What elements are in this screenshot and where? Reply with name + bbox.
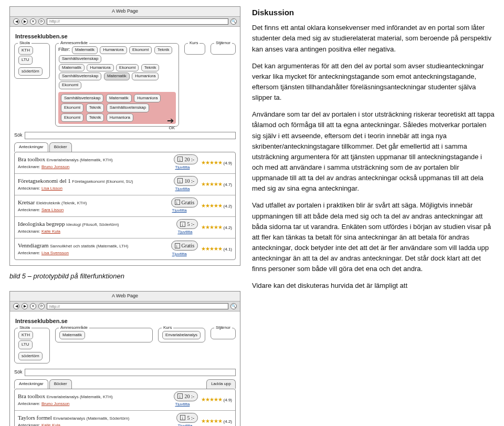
filter-tag[interactable]: Ekonomi [61, 113, 83, 122]
filter-tag[interactable]: Teknik [141, 64, 160, 72]
result-author: Antecknare: Kalle Kula [18, 228, 173, 235]
page-root: A Web Page ◀ ▶ ✕ ⟳ 🔍 Intresseklubben.se … [9, 6, 495, 426]
result-title: Venndiagram [18, 242, 49, 248]
browser-toolbar: ◀ ▶ ✕ ⟳ 🔍 [10, 302, 240, 311]
filter-tag[interactable]: Teknik [154, 46, 173, 54]
arrow-right-icon[interactable]: ➔ [167, 117, 174, 125]
filter-tag[interactable]: Teknik [86, 103, 104, 112]
tabs: Anteckningar Böcker [14, 142, 236, 151]
caption-1: bild 5 – prototypbild på filterfunktione… [9, 271, 240, 282]
result-row: Kretsar Elektroteknik (Teknik, KTH)Antec… [15, 195, 235, 216]
tab-anteckningar[interactable]: Anteckningar [14, 142, 48, 151]
kurs-box: Kurs Envariabelanalys [158, 328, 205, 342]
download-icon [180, 415, 185, 420]
filter-tag[interactable]: Humaniora [107, 113, 133, 122]
download-icon [180, 222, 185, 227]
preview-link[interactable]: Tjuvtitta [177, 229, 198, 235]
school-chip[interactable]: KTH [18, 46, 33, 55]
price-button[interactable]: 5 :- [176, 219, 198, 230]
filter-tag[interactable]: Matematik [104, 72, 130, 80]
stars-box: Stjärnor [211, 328, 236, 339]
author-link[interactable]: Bruno Jonsson [41, 401, 69, 406]
filter-tag[interactable]: Ekonomi [129, 46, 152, 54]
price-block: 5 :-Tjuvtitta [176, 413, 198, 426]
rating-block: ★★★★★ (4.2) [201, 417, 232, 425]
search-icon[interactable]: 🔍 [230, 303, 237, 309]
search-label: Sök [14, 132, 23, 139]
school-legend: Skola [18, 40, 32, 46]
preview-link[interactable]: Tjuvtitta [172, 207, 198, 214]
rating-block: ★★★★★ (4.9) [201, 396, 232, 404]
preview-link[interactable]: Tjuvtitta [175, 401, 198, 408]
close-icon[interactable]: ✕ [30, 18, 36, 25]
school-chip[interactable]: södertörn [18, 352, 43, 360]
price-block: 10 :-Tjuvtitta [174, 176, 198, 193]
reload-icon[interactable]: ⟳ [38, 303, 45, 309]
tab-bocker[interactable]: Böcker [49, 142, 72, 151]
back-icon[interactable]: ◀ [13, 303, 19, 309]
filter-tag[interactable]: Humaniora [87, 64, 113, 72]
result-subtitle: Elektroteknik (Teknik, KTH) [36, 201, 87, 205]
price-button[interactable]: 20 :- [174, 391, 198, 402]
result-subtitle: Envariabelanalys (Matematik, Södertörn) [53, 416, 129, 421]
filter-tag[interactable]: Teknik [86, 113, 104, 122]
school-chip[interactable]: KTH [18, 331, 33, 339]
price-button[interactable]: 20 :- [174, 154, 198, 165]
filter-tag[interactable]: Humaniora [134, 94, 161, 102]
url-input[interactable] [47, 303, 228, 309]
preview-link[interactable]: Tjuvtitta [177, 423, 198, 426]
filter-tag[interactable]: Samhällsvetenskap [61, 94, 103, 102]
subject-chip[interactable]: Matematik [59, 331, 85, 339]
price-button[interactable]: 10 :- [174, 176, 198, 186]
author-link[interactable]: Sara Lisson [41, 207, 64, 212]
forward-icon[interactable]: ▶ [22, 18, 28, 25]
search-input[interactable] [25, 369, 236, 376]
author-link[interactable]: Lisa Svensson [41, 251, 69, 255]
filter-tag[interactable]: Ekonomi [116, 64, 139, 72]
close-icon[interactable]: ✕ [30, 303, 36, 309]
tab-anteckningar[interactable]: Anteckningar [14, 379, 48, 388]
author-link[interactable]: Kalle Kula [41, 229, 60, 234]
filter-tag[interactable]: Ekonomi [61, 103, 83, 112]
result-row: Ideologiska begrepp Ideologi (Filosofi, … [15, 216, 235, 238]
back-icon[interactable]: ◀ [13, 18, 19, 25]
filter-tag[interactable]: Samhällsvetenskap [107, 103, 149, 112]
forward-icon[interactable]: ▶ [22, 303, 28, 309]
price-button[interactable]: Gratis [171, 241, 198, 251]
price-button[interactable]: 5 :- [176, 413, 198, 423]
filter-tag[interactable]: Matematik [106, 94, 132, 102]
reload-icon[interactable]: ⟳ [38, 18, 45, 25]
subject-legend: Ämnesområde [59, 325, 89, 331]
search-input[interactable] [25, 132, 236, 139]
preview-link[interactable]: Tjuvtitta [175, 186, 198, 192]
filter-tag[interactable]: Humaniora [132, 72, 159, 80]
filter-bar: Skola KTH LTU södertörn Ämnesområde Filt… [14, 43, 236, 127]
window-title: A Web Page [10, 292, 240, 302]
school-chip[interactable]: södertörn [18, 67, 43, 76]
filter-tag[interactable]: Samhällsvetenskap [59, 55, 101, 63]
author-link[interactable]: Bruno Jonsson [41, 164, 69, 169]
school-chip[interactable]: LTU [18, 340, 33, 349]
kurs-chip[interactable]: Envariabelanalys [162, 331, 201, 339]
filter-tag[interactable]: Humaniora [100, 46, 127, 54]
paragraph: Det kan argumenteras för att den del av … [252, 61, 495, 103]
filter-tag[interactable]: Matematik [59, 64, 85, 72]
subject-legend: Ämnesområde [59, 40, 89, 46]
ok-button[interactable]: OK [169, 125, 175, 131]
author-link[interactable]: Lisa Lisson [41, 186, 62, 191]
filter-tag[interactable]: Ekonomi [59, 81, 81, 89]
filter-tag[interactable]: Matematik [72, 46, 98, 54]
url-input[interactable] [47, 18, 228, 25]
preview-link[interactable]: Tjuvtitta [172, 251, 198, 257]
search-icon[interactable]: 🔍 [230, 18, 237, 25]
price-button[interactable]: Gratis [171, 198, 198, 208]
star-icon: ★★★★★ [201, 397, 222, 402]
tab-ladda-upp[interactable]: Ladda upp [206, 379, 236, 388]
preview-link[interactable]: Tjuvtitta [175, 164, 198, 171]
school-chip[interactable]: LTU [18, 56, 33, 64]
rating-count: (4.1) [224, 247, 232, 252]
author-link[interactable]: Kalle Kula [41, 423, 60, 426]
tab-bocker[interactable]: Böcker [49, 379, 72, 388]
filter-tag[interactable]: Samhällsvetenskap [59, 72, 101, 80]
result-title: Företagsekonomi del 1 [18, 178, 71, 184]
